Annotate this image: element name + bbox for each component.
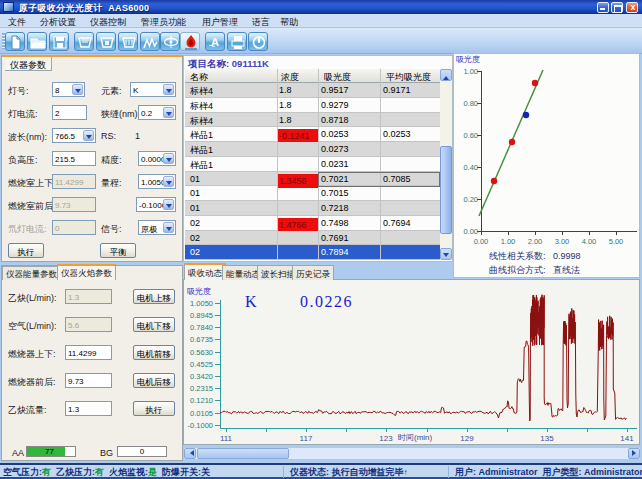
svg-text:1.0050: 1.0050	[190, 299, 213, 308]
svg-text:0.2315: 0.2315	[190, 384, 213, 393]
svg-text:117: 117	[300, 434, 313, 443]
svg-text:129: 129	[460, 434, 474, 443]
svg-text:0.8945: 0.8945	[190, 311, 213, 320]
svg-text:0.7840: 0.7840	[190, 323, 213, 332]
svg-text:123: 123	[379, 434, 393, 443]
svg-text:141: 141	[620, 434, 634, 443]
svg-text:111: 111	[220, 434, 233, 443]
svg-text:135: 135	[540, 434, 554, 443]
svg-text:0.1210: 0.1210	[190, 396, 213, 405]
svg-text:0.6735: 0.6735	[190, 335, 213, 344]
svg-text:0.0105: 0.0105	[190, 409, 213, 418]
svg-text:0.3420: 0.3420	[190, 372, 213, 381]
svg-text:0.5630: 0.5630	[190, 348, 213, 357]
svg-text:-0.1000: -0.1000	[188, 421, 213, 430]
svg-text:0.4525: 0.4525	[190, 360, 213, 369]
